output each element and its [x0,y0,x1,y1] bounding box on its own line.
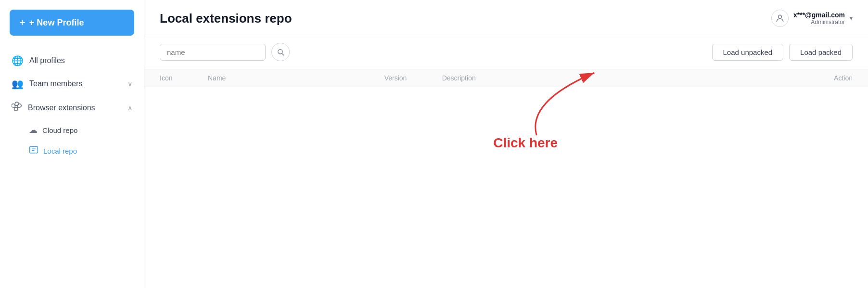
user-details: x***@gmail.com Administrator [793,11,845,26]
chevron-down-icon: ∨ [128,80,132,88]
sidebar-item-label: Team members [29,79,82,88]
user-menu[interactable]: x***@gmail.com Administrator ▾ [771,10,853,27]
search-button[interactable] [271,43,290,61]
chevron-up-icon: ∧ [128,104,132,112]
toolbar: Load unpacked Load packed [144,35,868,69]
cloud-icon: ☁ [29,125,38,135]
local-repo-icon [29,145,38,157]
team-icon: 👥 [12,78,24,90]
sidebar-item-label: All profiles [29,56,65,65]
col-name: Name [208,74,384,82]
new-profile-label: + New Profile [29,18,84,28]
search-input[interactable] [160,44,266,61]
globe-icon: 🌐 [12,55,24,66]
sidebar-item-label: Browser extensions [28,104,95,112]
page-title: Local extensions repo [160,11,292,26]
col-version: Version [384,74,442,82]
plus-icon: + [19,16,26,29]
annotation: Click here [493,126,558,151]
sidebar-sub-item-label: Cloud repo [42,126,77,134]
sidebar-item-browser-extensions[interactable]: Browser extensions ∧ [0,95,144,120]
user-role: Administrator [793,19,845,26]
svg-point-1 [779,15,782,18]
user-email: x***@gmail.com [793,11,845,19]
col-action: Action [795,74,853,82]
svg-rect-0 [30,146,38,153]
col-description: Description [442,74,795,82]
new-profile-button[interactable]: + + New Profile [10,10,134,36]
col-icon: Icon [160,74,208,82]
svg-line-3 [282,53,284,55]
sidebar-item-team-members[interactable]: 👥 Team members ∨ [0,72,144,95]
load-unpacked-button[interactable]: Load unpacked [712,44,784,61]
sidebar-item-all-profiles[interactable]: 🌐 All profiles [0,49,144,72]
main-content: Local extensions repo x***@gmail.com Adm… [144,0,868,288]
sidebar: + + New Profile 🌐 All profiles 👥 Team me… [0,0,144,288]
search-icon [277,48,284,56]
user-avatar [771,10,789,27]
topbar: Local extensions repo x***@gmail.com Adm… [144,0,868,35]
table-header: Icon Name Version Description Action [144,69,868,87]
sidebar-sub-item-cloud-repo[interactable]: ☁ Cloud repo [0,120,144,140]
table-body: Click here [144,87,868,288]
sidebar-sub-item-local-repo[interactable]: Local repo [0,140,144,162]
click-here-text: Click here [493,135,558,151]
extensions-icon [12,101,22,114]
sidebar-sub-item-label: Local repo [43,147,77,155]
load-packed-button[interactable]: Load packed [789,44,853,61]
user-menu-chevron: ▾ [850,15,853,22]
